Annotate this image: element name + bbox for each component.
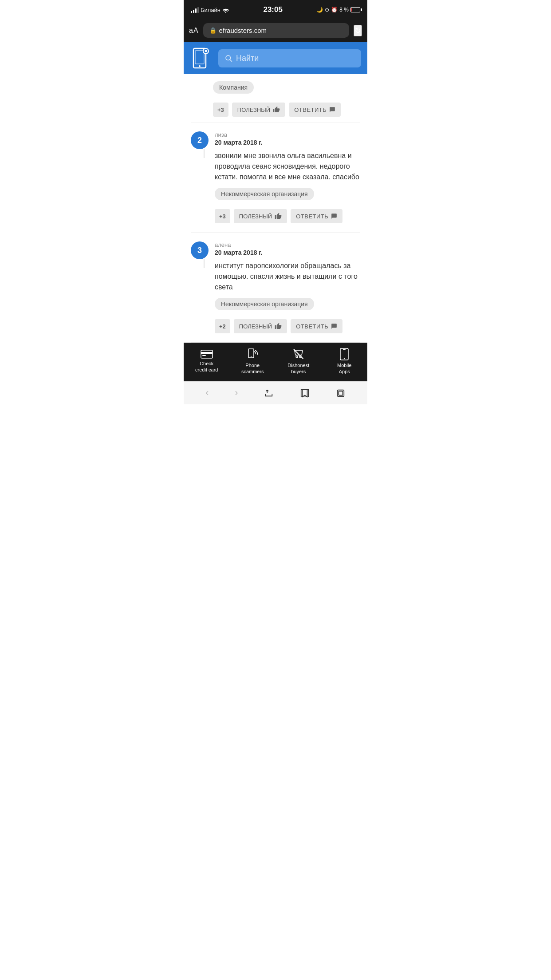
forward-button[interactable]: › <box>230 385 242 400</box>
comment-actions: +3 ПОЛЕЗНЫЙ ОТВЕТИТЬ <box>215 209 360 223</box>
comment-date: 20 марта 2018 г. <box>215 139 360 146</box>
battery-indicator <box>350 7 360 12</box>
app-header: Найти <box>184 42 367 74</box>
nav-mobile-apps-label: MobileApps <box>337 362 351 375</box>
browser-url-bar[interactable]: 🔒 efraudsters.com <box>203 23 349 38</box>
comment-avatar: 3 <box>191 241 209 259</box>
search-placeholder: Найти <box>236 54 259 63</box>
comment-actions: +2 ПОЛЕЗНЫЙ ОТВЕТИТЬ <box>215 319 360 333</box>
app-logo <box>190 47 213 70</box>
comment-author: алена <box>215 241 360 248</box>
partial-comment: Компания +3 ПОЛЕЗНЫЙ ОТВЕТИТЬ <box>191 81 360 122</box>
nav-phone-scammers-label: Phonescammers <box>241 362 264 375</box>
nav-phone-scammers[interactable]: Phonescammers <box>230 348 276 375</box>
nav-dishonest-buyers-label: Dishonestbuyers <box>287 362 309 375</box>
partial-reply-button[interactable]: ОТВЕТИТЬ <box>289 103 341 117</box>
svg-line-9 <box>230 59 232 61</box>
reply-text: ОТВЕТИТЬ <box>296 323 328 330</box>
carrier-label: Билайн <box>201 7 220 13</box>
comment-text: звонили мне звонила ольга васильевна и п… <box>215 150 360 182</box>
status-left: Билайн <box>191 7 229 13</box>
comment-text: институт паропсихологии обращалась за по… <box>215 261 360 292</box>
svg-point-7 <box>205 50 207 52</box>
comment-item: 2 лиза 20 марта 2018 г. звонили мне звон… <box>191 122 360 233</box>
svg-rect-12 <box>202 355 206 356</box>
nav-dishonest-buyers[interactable]: Dishonestbuyers <box>276 348 322 375</box>
useful-text: ПОЛЕЗНЫЙ <box>239 213 272 220</box>
comment-number: 2 <box>197 136 202 145</box>
comment-score[interactable]: +3 <box>215 209 230 223</box>
comment-tag: Некоммерческая организация <box>215 298 314 310</box>
comment-tag: Некоммерческая организация <box>215 188 314 200</box>
svg-point-14 <box>296 356 298 358</box>
svg-point-3 <box>199 65 201 67</box>
useful-label: ПОЛЕЗНЫЙ <box>237 107 270 113</box>
partial-score[interactable]: +3 <box>213 103 228 117</box>
signal-bars <box>191 7 199 13</box>
nav-mobile-apps[interactable]: MobileApps <box>322 348 368 375</box>
svg-rect-19 <box>343 349 346 350</box>
comment-body: алена 20 марта 2018 г. институт паропсих… <box>215 241 360 333</box>
svg-rect-2 <box>195 51 204 64</box>
comment-avatar: 2 <box>191 131 209 149</box>
svg-point-13 <box>251 356 252 357</box>
nav-check-credit-card-label: Checkcredit card <box>195 360 218 373</box>
search-bar[interactable]: Найти <box>218 49 361 67</box>
alarm-icon: ⏰ <box>331 7 338 13</box>
browser-aa[interactable]: aA <box>189 27 199 35</box>
comment-author: лиза <box>215 131 360 138</box>
wifi-icon <box>222 7 229 13</box>
card-icon <box>201 348 213 359</box>
comment-score[interactable]: +2 <box>215 319 230 333</box>
reply-label: ОТВЕТИТЬ <box>294 107 327 113</box>
browser-nav: ‹ › <box>184 381 367 404</box>
svg-rect-21 <box>338 391 342 395</box>
bottom-nav: Checkcredit card Phonescammers Dishonest… <box>184 343 367 381</box>
battery-percent: 8 % <box>339 7 349 13</box>
svg-point-0 <box>225 12 226 13</box>
comment-body: лиза 20 марта 2018 г. звонили мне звонил… <box>215 131 360 223</box>
svg-rect-11 <box>201 352 213 354</box>
share-button[interactable] <box>260 385 278 400</box>
status-bar: Билайн 23:05 🌙 ⊙ ⏰ 8 % <box>184 0 367 20</box>
phone-scammers-icon <box>246 348 259 360</box>
svg-point-18 <box>344 358 345 359</box>
comment-connector <box>204 259 205 268</box>
browser-bar: aA 🔒 efraudsters.com ↻ <box>184 20 367 42</box>
nav-check-credit-card[interactable]: Checkcredit card <box>184 348 230 375</box>
partial-actions: +3 ПОЛЕЗНЫЙ ОТВЕТИТЬ <box>213 103 360 117</box>
refresh-button[interactable]: ↻ <box>354 25 362 36</box>
useful-button[interactable]: ПОЛЕЗНЫЙ <box>234 319 287 333</box>
svg-rect-10 <box>201 350 213 358</box>
status-time: 23:05 <box>263 5 282 14</box>
back-button[interactable]: ‹ <box>201 385 213 400</box>
dishonest-buyers-icon <box>292 348 305 360</box>
comment-number: 3 <box>197 246 202 255</box>
comment-connector <box>204 149 205 158</box>
partial-tag: Компания <box>213 81 254 94</box>
tabs-button[interactable] <box>331 385 350 400</box>
status-right: 🌙 ⊙ ⏰ 8 % <box>316 7 360 13</box>
bookmarks-button[interactable] <box>295 385 314 400</box>
comment-item: 3 алена 20 марта 2018 г. институт паропс… <box>191 233 360 343</box>
useful-button[interactable]: ПОЛЕЗНЫЙ <box>234 209 287 223</box>
partial-useful-button[interactable]: ПОЛЕЗНЫЙ <box>232 103 285 117</box>
comment-date: 20 марта 2018 г. <box>215 249 360 256</box>
mobile-apps-icon <box>340 348 349 360</box>
reply-text: ОТВЕТИТЬ <box>296 213 328 220</box>
lock-icon: 🔒 <box>209 27 216 34</box>
clock-icon: ⊙ <box>325 7 329 13</box>
reply-button[interactable]: ОТВЕТИТЬ <box>291 319 342 333</box>
main-content: Компания +3 ПОЛЕЗНЫЙ ОТВЕТИТЬ <box>184 74 367 343</box>
reply-button[interactable]: ОТВЕТИТЬ <box>291 209 342 223</box>
useful-text: ПОЛЕЗНЫЙ <box>239 323 272 330</box>
moon-icon: 🌙 <box>316 7 323 13</box>
url-text: efraudsters.com <box>219 27 267 34</box>
comment-section: Компания +3 ПОЛЕЗНЫЙ ОТВЕТИТЬ <box>184 74 367 343</box>
